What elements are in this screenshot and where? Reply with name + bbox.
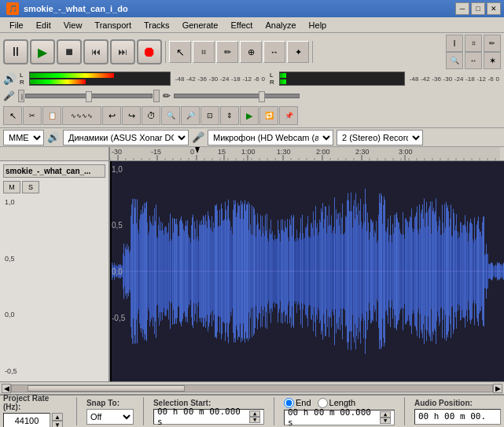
track-content[interactable] bbox=[110, 161, 504, 381]
menu-tracks[interactable]: Tracks bbox=[138, 19, 176, 31]
input-mic-icon: 🎤 bbox=[3, 90, 15, 101]
track-body: smokie_-_what_can_... M S 1,0 0,5 0,0 -0… bbox=[0, 161, 504, 381]
project-rate-label: Project Rate (Hz): bbox=[3, 394, 67, 411]
zoom-out-btn[interactable]: 🔎 bbox=[181, 106, 200, 125]
audio-pos-display[interactable]: 00 h 00 m 00. bbox=[414, 409, 501, 425]
menu-analyze[interactable]: Analyze bbox=[259, 19, 302, 31]
menu-generate[interactable]: Generate bbox=[176, 19, 225, 31]
scrollbar-track[interactable] bbox=[11, 385, 493, 392]
draw-pencil[interactable]: ✏ bbox=[484, 35, 501, 52]
y-label-1: 1,0 bbox=[5, 198, 104, 206]
minimize-button[interactable]: ─ bbox=[455, 2, 469, 15]
sel-end-value: 00 h 00 m 00.000 s bbox=[288, 407, 378, 428]
cut-btn[interactable]: ✂ bbox=[23, 106, 42, 125]
asterisk-tool[interactable]: ✶ bbox=[484, 52, 501, 69]
selection-start-group: Selection Start: 00 h 00 m 00.000 s ▲ ▼ bbox=[153, 399, 264, 425]
loop-btn[interactable]: 🔁 bbox=[259, 106, 278, 125]
menu-transport[interactable]: Transport bbox=[88, 19, 138, 31]
arrow-tool[interactable]: ↔ bbox=[465, 52, 482, 69]
undo-btn[interactable]: ↩ bbox=[102, 106, 121, 125]
zoom-tool[interactable]: ⊕ bbox=[240, 41, 262, 63]
menu-bar: File Edit View Transport Tracks Generate… bbox=[0, 17, 504, 33]
rate-down-btn[interactable]: ▼ bbox=[52, 421, 63, 427]
scroll-right-btn[interactable]: ▶ bbox=[493, 384, 502, 393]
track-waveform-area: smokie_-_what_can_... M S 1,0 0,5 0,0 -0… bbox=[0, 147, 504, 394]
maximize-button[interactable]: □ bbox=[471, 2, 485, 15]
menu-effect[interactable]: Effect bbox=[225, 19, 259, 31]
zoom-in-btn[interactable]: 🔍 bbox=[161, 106, 180, 125]
sel-start-display[interactable]: 00 h 00 m 00.000 s ▲ ▼ bbox=[153, 409, 264, 425]
mute-button[interactable]: M bbox=[3, 181, 20, 193]
right-meter-r: R bbox=[270, 79, 274, 86]
sel-end-up[interactable]: ▲ bbox=[380, 411, 391, 418]
title-bar: 🎵 smokie_-_what_can_i_do ─ □ ✕ bbox=[0, 0, 504, 17]
audio-pos-group: Audio Position: 00 h 00 m 00. bbox=[414, 399, 501, 425]
magnify-tool[interactable]: 🔍 bbox=[446, 52, 463, 69]
select-tool-i[interactable]: I bbox=[446, 35, 463, 52]
scrollbar-thumb[interactable] bbox=[28, 385, 185, 392]
play-button[interactable]: ▶ bbox=[30, 39, 55, 64]
menu-file[interactable]: File bbox=[3, 19, 30, 31]
input-device-select[interactable]: Микрофон (HD Webcam (audi bbox=[208, 130, 333, 145]
select-tool-region[interactable]: ⌗ bbox=[465, 35, 482, 52]
menu-view[interactable]: View bbox=[57, 19, 89, 31]
track-header: smokie_-_what_can_... M S 1,0 0,5 0,0 -0… bbox=[0, 161, 110, 381]
solo-button[interactable]: S bbox=[22, 181, 39, 193]
sel-start-down[interactable]: ▼ bbox=[249, 417, 260, 423]
skip-end-button[interactable]: ⏭ bbox=[110, 39, 135, 64]
project-rate-group: Project Rate (Hz): ▲ ▼ bbox=[3, 394, 67, 427]
snap-to-label: Snap To: bbox=[86, 399, 134, 407]
snap-select[interactable]: Off bbox=[86, 409, 134, 425]
record-button[interactable]: ⏺ bbox=[137, 39, 162, 64]
channel-select[interactable]: 2 (Stereo) Record bbox=[337, 130, 423, 145]
horizontal-scrollbar[interactable]: ◀ ▶ bbox=[0, 381, 504, 394]
status-sep-2 bbox=[143, 397, 144, 425]
mic-device-icon: 🎤 bbox=[192, 131, 204, 143]
status-sep-4 bbox=[404, 397, 405, 425]
multi-tool[interactable]: ✦ bbox=[287, 41, 309, 63]
fit-vert-btn[interactable]: ⇕ bbox=[220, 106, 239, 125]
skip-start-button[interactable]: ⏮ bbox=[83, 39, 109, 64]
envelope-tool[interactable]: ⌗ bbox=[193, 41, 215, 63]
api-select[interactable]: MME bbox=[3, 130, 44, 145]
rate-up-btn[interactable]: ▲ bbox=[52, 413, 63, 421]
timeshift-tool[interactable]: ↔ bbox=[263, 41, 285, 63]
output-device-select[interactable]: Динамики (ASUS Xonar DGX A bbox=[63, 130, 189, 145]
waveform-btn[interactable]: ∿∿∿∿ bbox=[62, 106, 101, 125]
menu-edit[interactable]: Edit bbox=[30, 19, 57, 31]
menu-help[interactable]: Help bbox=[303, 19, 333, 31]
playhead bbox=[110, 161, 112, 381]
play-btn2[interactable]: ▶ bbox=[240, 106, 259, 125]
output-meter-row: 🔊 L R -48-42-36-30-24-18-12-60 L R bbox=[3, 71, 501, 87]
ruler bbox=[0, 147, 504, 161]
cursor-tool[interactable]: ↖ bbox=[169, 41, 191, 63]
pin-btn[interactable]: 📌 bbox=[279, 106, 298, 125]
y-label-0: 0,0 bbox=[5, 311, 104, 318]
sel-end-display[interactable]: 00 h 00 m 00.000 s ▲ ▼ bbox=[284, 410, 395, 425]
pause-button[interactable]: ⏸ bbox=[3, 39, 28, 64]
track-name: smokie_-_what_can_... bbox=[3, 164, 105, 178]
audio-pos-value: 00 h 00 m 00. bbox=[418, 411, 486, 421]
length-label-text: Length bbox=[329, 398, 356, 407]
transport-row: ⏸ ▶ ■ ⏮ ⏭ ⏺ ↖ ⌗ ✏ ⊕ ↔ ✦ I ⌗ ✏ 🔍 bbox=[3, 35, 501, 69]
copy-btn[interactable]: 📋 bbox=[42, 106, 61, 125]
project-rate-input[interactable] bbox=[3, 413, 50, 427]
end-length-group: End Length 00 h 00 m 00.000 s ▲ ▼ bbox=[284, 398, 395, 425]
scroll-left-btn[interactable]: ◀ bbox=[2, 384, 11, 393]
redo-btn[interactable]: ↪ bbox=[122, 106, 141, 125]
clock-btn[interactable]: ⏱ bbox=[142, 106, 160, 125]
app-icon: 🎵 bbox=[6, 2, 19, 15]
sel-end-down[interactable]: ▼ bbox=[380, 418, 391, 424]
input-meter-row: 🎤 ✏ bbox=[3, 88, 501, 104]
draw-tool[interactable]: ✏ bbox=[216, 41, 238, 63]
close-button[interactable]: ✕ bbox=[487, 2, 501, 15]
waveform-canvas bbox=[110, 161, 504, 381]
stop-button[interactable]: ■ bbox=[57, 39, 82, 64]
output-vol-icon: 🔊 bbox=[3, 72, 17, 85]
selection-tool-btn[interactable]: ↖ bbox=[3, 106, 22, 125]
sel-start-up[interactable]: ▲ bbox=[249, 410, 260, 417]
window-controls: ─ □ ✕ bbox=[455, 2, 501, 15]
pencil-icon: ✏ bbox=[163, 90, 171, 101]
fit-btn[interactable]: ⊡ bbox=[200, 106, 219, 125]
status-sep-1 bbox=[76, 397, 77, 425]
